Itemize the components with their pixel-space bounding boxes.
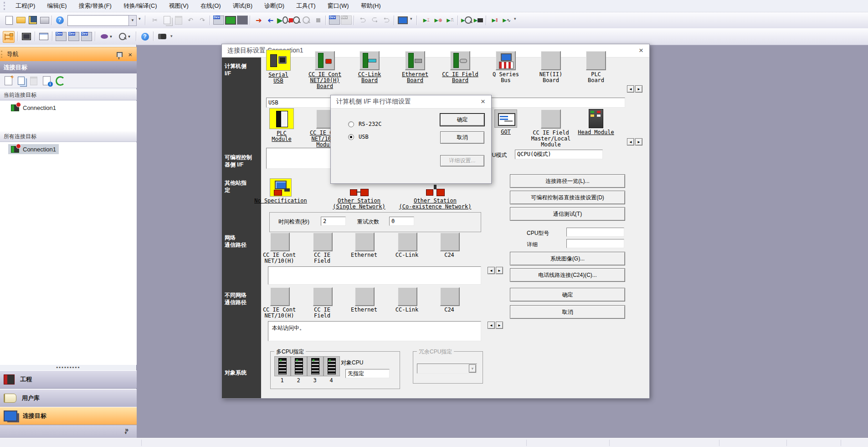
menu-tools[interactable]: 工具(T) <box>290 0 322 12</box>
step-break-icon[interactable]: ⮎ <box>369 15 380 26</box>
close-panel-icon[interactable]: × <box>128 51 132 58</box>
user-library-nav-button[interactable]: 用户库 <box>0 389 137 407</box>
close-icon[interactable]: × <box>636 46 647 56</box>
scroll-left-icon[interactable]: ◄ <box>488 322 495 329</box>
refresh-icon[interactable] <box>55 75 66 86</box>
route-list-button[interactable]: 连接路径一览(L)... <box>510 174 625 188</box>
menu-diagnostics[interactable]: 诊断(D) <box>258 0 290 12</box>
step-skip-icon[interactable]: ⮌ <box>381 15 392 26</box>
pc-if-net2-board[interactable]: NET(II) Board <box>528 50 574 83</box>
diff-route-ccie-field-box[interactable] <box>313 287 333 306</box>
serial-ok-button[interactable]: 确定 <box>440 114 484 126</box>
device-comment-icon[interactable] <box>56 31 67 42</box>
retry-count-field[interactable] <box>389 217 414 226</box>
serial-cancel-button[interactable]: 取消 <box>440 131 484 144</box>
module-configuration-icon[interactable] <box>21 31 32 42</box>
menu-online[interactable]: 在线(O) <box>195 0 227 12</box>
read-from-plc-icon[interactable]: ➔ <box>265 15 276 26</box>
target-property-icon[interactable] <box>41 75 52 86</box>
phone-line-button[interactable]: 电话线路连接(C24)(C)... <box>510 268 625 282</box>
current-connection-item[interactable]: Connection1 <box>8 103 59 113</box>
scroll-right-icon[interactable]: ► <box>496 322 503 329</box>
cancel-button[interactable]: 取消 <box>510 305 625 319</box>
project-nav-button[interactable]: 工程 <box>0 370 137 389</box>
help-icon[interactable]: ? <box>54 15 65 26</box>
usb-option[interactable]: USB <box>348 134 369 140</box>
net-route-cclink-box[interactable] <box>398 233 417 251</box>
other-station-no-spec[interactable]: No Specification <box>235 178 326 204</box>
combobox-dropdown-icon[interactable]: ▼ <box>469 364 476 373</box>
ladder-start-icon[interactable]: ▶⌶ <box>421 15 432 26</box>
screen-setting-icon[interactable] <box>225 15 236 26</box>
device-test-2-icon[interactable]: ▶∿ <box>501 15 512 26</box>
step-run-icon[interactable]: ⮌ <box>357 15 368 26</box>
comm-test-button[interactable]: 通信测试(T) <box>510 207 625 221</box>
new-target-icon[interactable] <box>3 75 14 86</box>
redundant-cpu-combobox[interactable] <box>417 364 477 374</box>
new-file-icon[interactable] <box>4 15 15 26</box>
navigation-window-icon[interactable] <box>3 31 15 43</box>
data-combobox[interactable] <box>67 15 129 26</box>
device-display-off-icon[interactable] <box>341 15 352 26</box>
undo-icon[interactable]: ↶ <box>185 15 196 26</box>
menu-project[interactable]: 工程(P) <box>10 0 41 12</box>
rs232c-option[interactable]: RS-232C <box>348 121 382 127</box>
plc-if-plc-module[interactable]: PLC Module <box>259 108 304 142</box>
monitor-start-icon[interactable]: ▶ <box>277 15 288 26</box>
diff-route-ethernet-box[interactable] <box>355 287 375 306</box>
ladder-zoom-icon[interactable]: ▶ <box>461 15 472 26</box>
copy-icon[interactable] <box>161 15 172 26</box>
panel-splitter[interactable]: ▪▪▪▪▪▪▪▪▪ <box>0 365 137 370</box>
scroll-left-icon[interactable]: ◄ <box>627 138 634 146</box>
ok-button[interactable]: 确定 <box>510 288 625 301</box>
work-window-icon[interactable] <box>38 31 49 42</box>
pc-if-ccie-cont-board[interactable]: CC IE Cont NET/10(H) Board <box>302 50 348 89</box>
combobox-dropdown-button[interactable]: ▼ <box>128 15 137 26</box>
serial-detail-button[interactable]: 详细设置... <box>440 155 484 166</box>
pc-if-serial-usb[interactable]: Serial USB <box>256 50 301 84</box>
monitor-stop-icon[interactable] <box>289 15 300 26</box>
cpu1-icon[interactable] <box>274 356 291 376</box>
menu-help[interactable]: 帮助(H) <box>355 0 387 12</box>
scroll-right-icon[interactable]: ► <box>635 138 642 146</box>
help-icon[interactable]: ? <box>139 31 150 42</box>
save-icon[interactable] <box>27 15 38 26</box>
pc-if-cclink-board[interactable]: CC-Link Board <box>347 50 392 83</box>
menu-debug[interactable]: 调试(B) <box>227 0 258 12</box>
close-icon[interactable]: × <box>478 97 488 107</box>
menu-convert-compile[interactable]: 转换/编译(C) <box>118 0 163 12</box>
ladder-position-icon[interactable]: ▶⊕ <box>433 15 444 26</box>
open-file-icon[interactable] <box>15 15 26 26</box>
system-image-button[interactable]: 系统图像(G)... <box>510 252 625 265</box>
usb-radio[interactable] <box>348 134 354 140</box>
scroll-left-icon[interactable]: ◄ <box>627 85 634 93</box>
plc-if-ccie-field-master[interactable]: CC IE Field Master/Local Module <box>528 108 574 148</box>
cpu2-icon[interactable] <box>291 356 307 376</box>
pin-icon[interactable] <box>117 52 123 57</box>
cpu3-icon[interactable] <box>307 356 324 376</box>
diff-route-cclink-box[interactable] <box>398 287 417 306</box>
menu-search-replace[interactable]: 搜索/替换(F) <box>73 0 118 12</box>
plc-if-head-module[interactable]: Head Module <box>573 108 619 135</box>
monitor-resume-icon[interactable] <box>313 15 324 26</box>
device-test-1-icon[interactable]: ▶‖ <box>489 15 500 26</box>
diff-route-ccie-cont-box[interactable] <box>270 287 290 306</box>
time-check-field[interactable] <box>321 217 346 226</box>
device-hk-icon[interactable] <box>237 15 248 26</box>
toolbar-overflow[interactable]: ▾ <box>514 16 516 21</box>
pc-if-ethernet-board[interactable]: Ethernet Board <box>392 50 438 83</box>
pc-if-ccie-field-board[interactable]: CC IE Field Board <box>437 50 483 83</box>
diff-route-c24-box[interactable] <box>440 287 460 306</box>
paste-icon[interactable] <box>173 15 184 26</box>
panel-grip[interactable] <box>1 51 4 58</box>
ladder-pulse-icon[interactable]: ▶⎍ <box>445 15 456 26</box>
device-list-icon[interactable] <box>68 31 79 42</box>
all-connection-item[interactable]: Connection1 <box>8 144 59 154</box>
device-search-menu-icon[interactable]: ▼ <box>117 31 133 42</box>
toolbar-overflow[interactable]: ▾ <box>170 34 173 38</box>
copy-target-icon[interactable] <box>15 75 26 86</box>
device-display-menu-icon[interactable]: ▼ <box>98 31 115 42</box>
scroll-right-icon[interactable]: ► <box>635 85 642 93</box>
connection-target-nav-button[interactable]: 连接目标 <box>0 407 137 425</box>
pc-monitor-icon[interactable] <box>397 15 408 26</box>
